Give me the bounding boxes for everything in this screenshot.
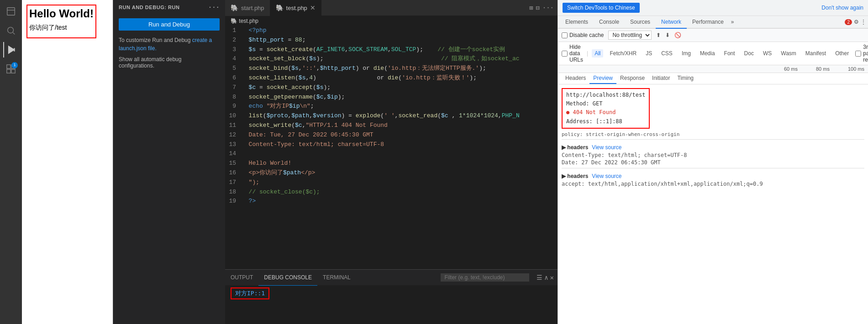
marker-60ms: 60 ms (784, 66, 798, 72)
view-source-link[interactable]: View source (592, 144, 621, 151)
explorer-icon[interactable] (3, 4, 19, 19)
php-icon-active: 🐘 (276, 4, 284, 11)
network-tab-response[interactable]: Response (616, 73, 648, 84)
devtools-top-bar: Switch DevTools to Chinese Don't show ag… (558, 0, 868, 16)
devtools-panel: Switch DevTools to Chinese Don't show ag… (558, 0, 868, 324)
filter-img[interactable]: Img (679, 49, 694, 57)
tab-close-icon[interactable]: ✕ (310, 4, 316, 11)
network-tab-preview[interactable]: Preview (589, 73, 616, 84)
third-party-label: 3rd-party requests (863, 44, 868, 63)
tab-test-php[interactable]: 🐘 test.php ✕ (270, 0, 321, 16)
filter-fetch[interactable]: Fetch/XHR (607, 49, 639, 57)
filter-media[interactable]: Media (697, 49, 718, 57)
browser-path-text: 你访问了/test (29, 24, 94, 32)
panel-tab-debug[interactable]: DEBUG CONSOLE (258, 270, 317, 286)
editor-area: 🐘 start.php 🐘 test.php ✕ ⊞ ⊟ ··· 🐘 test.… (225, 0, 558, 324)
view-source-link2[interactable]: View source (592, 173, 621, 179)
devtools-tab-console[interactable]: Console (594, 16, 625, 29)
network-tab-headers[interactable]: Headers (562, 73, 589, 84)
filter-all[interactable]: All (592, 49, 603, 57)
response-detail-box: http://localhost:88/test Method: GET ● 4… (562, 88, 650, 129)
filter-manifest[interactable]: Manifest (803, 49, 829, 57)
tab-start-php[interactable]: 🐘 start.php (225, 0, 270, 16)
headers-row: ▶ headers View source (562, 143, 864, 152)
response-method: Method: GET (566, 99, 645, 108)
disable-cache-checkbox[interactable]: Disable cache (562, 32, 604, 38)
third-party-checkbox[interactable]: 3rd-party requests (855, 44, 868, 63)
search-icon[interactable] (3, 23, 19, 38)
panel-tabs: OUTPUT DEBUG CONSOLE TERMINAL ☰ ∧ ✕ (225, 270, 558, 286)
run-debug-button[interactable]: Run and Debug (119, 18, 220, 31)
clear-icon[interactable]: 🚫 (674, 32, 681, 38)
panel-content: 对方IP::1 (225, 286, 558, 324)
devtools-tab-more[interactable]: » (729, 17, 736, 27)
sidebar-more-icon[interactable]: ··· (208, 4, 220, 11)
filter-row: Hide data URLs | All Fetch/XHR JS CSS Im… (558, 42, 868, 65)
svg-rect-8 (11, 69, 15, 73)
hide-data-urls-checkbox[interactable]: Hide data URLs (562, 44, 583, 63)
tabs-bar: 🐘 start.php 🐘 test.php ✕ ⊞ ⊟ ··· (225, 0, 558, 16)
devtools-tab-network[interactable]: Network (656, 16, 687, 29)
tab-layout-icon[interactable]: ⊟ (536, 4, 539, 12)
panel-list-icon[interactable]: ☰ (537, 274, 542, 282)
response-status: ● 404 Not Found (566, 108, 645, 117)
show-debug-link[interactable]: Show all automatic debug configurations. (113, 54, 225, 71)
filter-wasm[interactable]: Wasm (778, 49, 799, 57)
throttling-select[interactable]: No throttling (608, 31, 652, 40)
content-type-kv: Content-Type: text/html; charset=UTF-8 (562, 152, 864, 159)
php-icon: 🐘 (231, 4, 238, 11)
accept-kv: accept: text/html,application/xhtml+xml,… (562, 180, 864, 188)
filter-css[interactable]: CSS (658, 49, 675, 57)
response-headers-section2: ▶ headers View source accept: text/html,… (562, 172, 864, 188)
network-tab-initiator[interactable]: Initiator (648, 73, 673, 84)
response-address: Address: [::1]:88 (566, 117, 645, 126)
devtools-tabs: Elements Console Sources Network Perform… (558, 16, 868, 29)
settings-icon[interactable]: ⚙ (854, 19, 859, 25)
run-debug-icon[interactable] (3, 42, 19, 57)
devtools-tab-sources[interactable]: Sources (625, 16, 656, 29)
timeline-row: 60 ms 80 ms 100 ms (558, 65, 868, 73)
bottom-panel: OUTPUT DEBUG CONSOLE TERMINAL ☰ ∧ ✕ 对方IP… (225, 269, 558, 324)
sidebar-description: To customize Run and Debug create a laun… (113, 34, 225, 54)
tabs-actions: ⊞ ⊟ ··· (526, 4, 558, 12)
headers-label: ▶ headers (562, 144, 588, 151)
filter-other[interactable]: Other (832, 49, 852, 57)
upload-icon[interactable]: ⬆ (656, 32, 661, 38)
filter-font[interactable]: Font (721, 49, 738, 57)
code-area: 12345 678910 1112131415 16171819 <?php $… (225, 26, 558, 269)
svg-line-2 (13, 32, 15, 34)
panel-tab-terminal[interactable]: TERMINAL (317, 270, 356, 286)
panel-filter-input[interactable] (441, 273, 529, 282)
network-tab-timing[interactable]: Timing (673, 73, 697, 84)
filter-doc[interactable]: Doc (742, 49, 757, 57)
tab-label: start.php (241, 5, 264, 11)
divider-2 (562, 168, 864, 168)
disable-cache-label: Disable cache (569, 32, 604, 38)
file-breadcrumb: 🐘 test.php (225, 16, 558, 26)
dont-show-link[interactable]: Don't show again (821, 5, 863, 11)
panel-tab-output[interactable]: OUTPUT (225, 270, 258, 286)
panel-close-icon[interactable]: ✕ (550, 274, 554, 282)
extensions-badge: 1 (11, 62, 18, 68)
download-icon[interactable]: ⬇ (665, 32, 670, 38)
devtools-more-icon[interactable]: ⋮ (861, 19, 866, 25)
response-headers-section: ▶ headers View source Content-Type: text… (562, 143, 864, 166)
editor-content: 🐘 test.php 12345 678910 1112131415 16171… (225, 16, 558, 269)
svg-point-1 (8, 27, 14, 33)
more-actions-icon[interactable]: ··· (542, 4, 554, 12)
switch-devtools-button[interactable]: Switch DevTools to Chinese (563, 3, 640, 13)
filter-js[interactable]: JS (643, 49, 655, 57)
extensions-icon[interactable]: 1 (3, 61, 19, 77)
devtools-tab-performance[interactable]: Performance (687, 16, 729, 29)
split-editor-icon[interactable]: ⊞ (529, 4, 533, 12)
devtools-tab-elements[interactable]: Elements (560, 16, 594, 29)
svg-rect-5 (7, 65, 11, 68)
response-policy: policy: strict-origin-when-cross-origin (562, 131, 864, 137)
date-kv: Date: 27 Dec 2022 06:45:30 GMT (562, 159, 864, 166)
filter-ws[interactable]: WS (760, 49, 774, 57)
timeline-markers: 60 ms 80 ms 100 ms (784, 66, 864, 72)
panel-actions: ☰ ∧ ✕ (533, 274, 558, 282)
panel-collapse-icon[interactable]: ∧ (544, 274, 548, 282)
line-numbers: 12345 678910 1112131415 16171819 (225, 26, 242, 269)
devtools-tab-icons: 2 ⚙ ⋮ (845, 19, 866, 25)
